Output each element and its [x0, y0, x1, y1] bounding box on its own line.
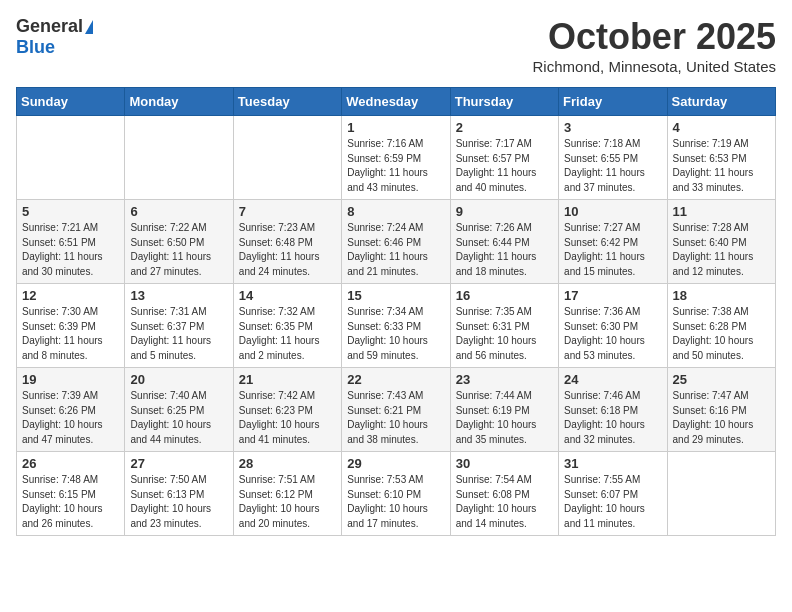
- day-info: Sunrise: 7:44 AM Sunset: 6:19 PM Dayligh…: [456, 389, 553, 447]
- calendar-week-row: 12Sunrise: 7:30 AM Sunset: 6:39 PM Dayli…: [17, 284, 776, 368]
- day-info: Sunrise: 7:17 AM Sunset: 6:57 PM Dayligh…: [456, 137, 553, 195]
- day-number: 22: [347, 372, 444, 387]
- logo-general-text: General: [16, 16, 83, 37]
- calendar-cell: 26Sunrise: 7:48 AM Sunset: 6:15 PM Dayli…: [17, 452, 125, 536]
- calendar-cell: 25Sunrise: 7:47 AM Sunset: 6:16 PM Dayli…: [667, 368, 775, 452]
- day-number: 18: [673, 288, 770, 303]
- calendar-day-header: Thursday: [450, 88, 558, 116]
- calendar-day-header: Monday: [125, 88, 233, 116]
- day-number: 28: [239, 456, 336, 471]
- calendar-cell: [667, 452, 775, 536]
- day-number: 30: [456, 456, 553, 471]
- logo-blue-text: Blue: [16, 37, 55, 58]
- day-info: Sunrise: 7:46 AM Sunset: 6:18 PM Dayligh…: [564, 389, 661, 447]
- day-info: Sunrise: 7:54 AM Sunset: 6:08 PM Dayligh…: [456, 473, 553, 531]
- day-info: Sunrise: 7:22 AM Sunset: 6:50 PM Dayligh…: [130, 221, 227, 279]
- calendar-cell: 18Sunrise: 7:38 AM Sunset: 6:28 PM Dayli…: [667, 284, 775, 368]
- calendar-cell: 12Sunrise: 7:30 AM Sunset: 6:39 PM Dayli…: [17, 284, 125, 368]
- day-info: Sunrise: 7:21 AM Sunset: 6:51 PM Dayligh…: [22, 221, 119, 279]
- calendar-week-row: 1Sunrise: 7:16 AM Sunset: 6:59 PM Daylig…: [17, 116, 776, 200]
- day-info: Sunrise: 7:19 AM Sunset: 6:53 PM Dayligh…: [673, 137, 770, 195]
- day-info: Sunrise: 7:27 AM Sunset: 6:42 PM Dayligh…: [564, 221, 661, 279]
- calendar-cell: 8Sunrise: 7:24 AM Sunset: 6:46 PM Daylig…: [342, 200, 450, 284]
- day-number: 29: [347, 456, 444, 471]
- month-year-title: October 2025: [533, 16, 776, 58]
- calendar-cell: 2Sunrise: 7:17 AM Sunset: 6:57 PM Daylig…: [450, 116, 558, 200]
- day-info: Sunrise: 7:53 AM Sunset: 6:10 PM Dayligh…: [347, 473, 444, 531]
- day-number: 11: [673, 204, 770, 219]
- calendar-cell: 19Sunrise: 7:39 AM Sunset: 6:26 PM Dayli…: [17, 368, 125, 452]
- day-info: Sunrise: 7:28 AM Sunset: 6:40 PM Dayligh…: [673, 221, 770, 279]
- calendar-cell: 3Sunrise: 7:18 AM Sunset: 6:55 PM Daylig…: [559, 116, 667, 200]
- day-number: 24: [564, 372, 661, 387]
- calendar-cell: 10Sunrise: 7:27 AM Sunset: 6:42 PM Dayli…: [559, 200, 667, 284]
- calendar-header-row: SundayMondayTuesdayWednesdayThursdayFrid…: [17, 88, 776, 116]
- calendar-cell: 7Sunrise: 7:23 AM Sunset: 6:48 PM Daylig…: [233, 200, 341, 284]
- day-number: 1: [347, 120, 444, 135]
- day-number: 31: [564, 456, 661, 471]
- calendar-cell: [233, 116, 341, 200]
- day-number: 26: [22, 456, 119, 471]
- day-info: Sunrise: 7:42 AM Sunset: 6:23 PM Dayligh…: [239, 389, 336, 447]
- day-info: Sunrise: 7:47 AM Sunset: 6:16 PM Dayligh…: [673, 389, 770, 447]
- calendar-cell: 13Sunrise: 7:31 AM Sunset: 6:37 PM Dayli…: [125, 284, 233, 368]
- calendar-cell: 22Sunrise: 7:43 AM Sunset: 6:21 PM Dayli…: [342, 368, 450, 452]
- calendar-day-header: Friday: [559, 88, 667, 116]
- calendar-cell: 14Sunrise: 7:32 AM Sunset: 6:35 PM Dayli…: [233, 284, 341, 368]
- day-info: Sunrise: 7:55 AM Sunset: 6:07 PM Dayligh…: [564, 473, 661, 531]
- day-number: 16: [456, 288, 553, 303]
- calendar-cell: [17, 116, 125, 200]
- day-info: Sunrise: 7:40 AM Sunset: 6:25 PM Dayligh…: [130, 389, 227, 447]
- logo-icon: [85, 20, 93, 34]
- day-number: 13: [130, 288, 227, 303]
- day-info: Sunrise: 7:18 AM Sunset: 6:55 PM Dayligh…: [564, 137, 661, 195]
- day-number: 14: [239, 288, 336, 303]
- calendar-cell: 23Sunrise: 7:44 AM Sunset: 6:19 PM Dayli…: [450, 368, 558, 452]
- calendar-cell: 29Sunrise: 7:53 AM Sunset: 6:10 PM Dayli…: [342, 452, 450, 536]
- calendar-table: SundayMondayTuesdayWednesdayThursdayFrid…: [16, 87, 776, 536]
- day-info: Sunrise: 7:43 AM Sunset: 6:21 PM Dayligh…: [347, 389, 444, 447]
- day-info: Sunrise: 7:38 AM Sunset: 6:28 PM Dayligh…: [673, 305, 770, 363]
- day-number: 23: [456, 372, 553, 387]
- day-info: Sunrise: 7:35 AM Sunset: 6:31 PM Dayligh…: [456, 305, 553, 363]
- day-number: 12: [22, 288, 119, 303]
- day-number: 5: [22, 204, 119, 219]
- day-info: Sunrise: 7:26 AM Sunset: 6:44 PM Dayligh…: [456, 221, 553, 279]
- day-number: 27: [130, 456, 227, 471]
- calendar-cell: 27Sunrise: 7:50 AM Sunset: 6:13 PM Dayli…: [125, 452, 233, 536]
- day-number: 3: [564, 120, 661, 135]
- day-info: Sunrise: 7:34 AM Sunset: 6:33 PM Dayligh…: [347, 305, 444, 363]
- day-info: Sunrise: 7:51 AM Sunset: 6:12 PM Dayligh…: [239, 473, 336, 531]
- day-number: 20: [130, 372, 227, 387]
- day-info: Sunrise: 7:31 AM Sunset: 6:37 PM Dayligh…: [130, 305, 227, 363]
- calendar-cell: 31Sunrise: 7:55 AM Sunset: 6:07 PM Dayli…: [559, 452, 667, 536]
- calendar-day-header: Wednesday: [342, 88, 450, 116]
- calendar-cell: 1Sunrise: 7:16 AM Sunset: 6:59 PM Daylig…: [342, 116, 450, 200]
- day-number: 21: [239, 372, 336, 387]
- day-number: 9: [456, 204, 553, 219]
- calendar-cell: 28Sunrise: 7:51 AM Sunset: 6:12 PM Dayli…: [233, 452, 341, 536]
- day-number: 8: [347, 204, 444, 219]
- day-info: Sunrise: 7:48 AM Sunset: 6:15 PM Dayligh…: [22, 473, 119, 531]
- day-info: Sunrise: 7:23 AM Sunset: 6:48 PM Dayligh…: [239, 221, 336, 279]
- calendar-cell: [125, 116, 233, 200]
- calendar-cell: 16Sunrise: 7:35 AM Sunset: 6:31 PM Dayli…: [450, 284, 558, 368]
- day-number: 10: [564, 204, 661, 219]
- calendar-cell: 6Sunrise: 7:22 AM Sunset: 6:50 PM Daylig…: [125, 200, 233, 284]
- calendar-cell: 24Sunrise: 7:46 AM Sunset: 6:18 PM Dayli…: [559, 368, 667, 452]
- calendar-week-row: 26Sunrise: 7:48 AM Sunset: 6:15 PM Dayli…: [17, 452, 776, 536]
- calendar-cell: 21Sunrise: 7:42 AM Sunset: 6:23 PM Dayli…: [233, 368, 341, 452]
- calendar-cell: 4Sunrise: 7:19 AM Sunset: 6:53 PM Daylig…: [667, 116, 775, 200]
- calendar-cell: 20Sunrise: 7:40 AM Sunset: 6:25 PM Dayli…: [125, 368, 233, 452]
- calendar-cell: 17Sunrise: 7:36 AM Sunset: 6:30 PM Dayli…: [559, 284, 667, 368]
- day-info: Sunrise: 7:39 AM Sunset: 6:26 PM Dayligh…: [22, 389, 119, 447]
- day-info: Sunrise: 7:32 AM Sunset: 6:35 PM Dayligh…: [239, 305, 336, 363]
- day-number: 15: [347, 288, 444, 303]
- calendar-cell: 9Sunrise: 7:26 AM Sunset: 6:44 PM Daylig…: [450, 200, 558, 284]
- location-text: Richmond, Minnesota, United States: [533, 58, 776, 75]
- calendar-week-row: 19Sunrise: 7:39 AM Sunset: 6:26 PM Dayli…: [17, 368, 776, 452]
- day-number: 6: [130, 204, 227, 219]
- calendar-cell: 15Sunrise: 7:34 AM Sunset: 6:33 PM Dayli…: [342, 284, 450, 368]
- day-number: 25: [673, 372, 770, 387]
- calendar-day-header: Saturday: [667, 88, 775, 116]
